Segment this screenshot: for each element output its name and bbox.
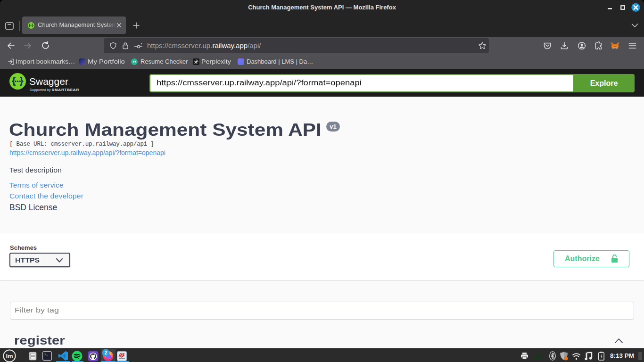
svg-text:>_: >_ <box>44 353 48 356</box>
svg-text:lm: lm <box>6 353 13 360</box>
svg-text:2: 2 <box>104 350 107 355</box>
